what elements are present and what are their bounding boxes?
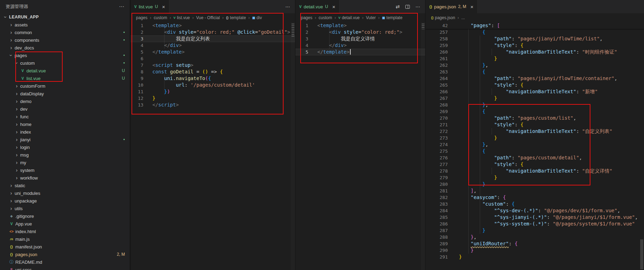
file-uni.scss[interactable]: Suni.scss bbox=[0, 266, 130, 270]
code-line-260[interactable]: 260 "navigationBarTitleText": "时间组件验证" bbox=[426, 49, 644, 55]
code-editor-pages-json[interactable]: 42 "pages": [257 {258 "path": "pages/jia… bbox=[426, 22, 644, 270]
folder-jianyi[interactable]: ›jianyi● bbox=[0, 136, 130, 143]
code-line-42[interactable]: 42 "pages": [ bbox=[426, 22, 644, 29]
folder-datadisplay[interactable]: ›dataDisplay bbox=[0, 90, 130, 97]
more-actions-icon[interactable]: ⋯ bbox=[285, 4, 290, 9]
folder-unpackage[interactable]: ›unpackage bbox=[0, 197, 130, 205]
close-icon[interactable]: × bbox=[162, 4, 165, 9]
code-line-6[interactable]: 6 bbox=[130, 55, 295, 62]
code-line-2[interactable]: 2 <div style="color: red;"> bbox=[295, 29, 425, 35]
tab-detail-vue[interactable]: V detail.vue U × bbox=[295, 0, 340, 13]
code-line-10[interactable]: 10 url: '/pages/custom/detail' bbox=[130, 82, 295, 88]
code-line-269[interactable]: 269 { bbox=[426, 108, 644, 115]
code-line-9[interactable]: 9 uni.navigateTo({ bbox=[130, 75, 295, 82]
split-editor-icon[interactable] bbox=[405, 5, 410, 9]
code-line-4[interactable]: 4 </div> bbox=[295, 42, 425, 49]
folder-custom[interactable]: ›custom● bbox=[0, 59, 130, 67]
minimap[interactable] bbox=[291, 22, 295, 270]
folder-uni-modules[interactable]: ›uni_modules bbox=[0, 189, 130, 197]
close-icon[interactable]: × bbox=[332, 4, 335, 9]
file-.gitignore[interactable]: ◆.gitignore bbox=[0, 212, 130, 220]
file-main.js[interactable]: JSmain.js bbox=[0, 235, 130, 243]
folder-customform[interactable]: ›customForm bbox=[0, 82, 130, 90]
more-actions-icon[interactable]: ⋯ bbox=[119, 3, 124, 10]
breadcrumb-item-pages.json[interactable]: {}pages.json bbox=[431, 15, 455, 20]
file-readme.md[interactable]: ⓘREADME.md bbox=[0, 258, 130, 266]
code-line-268[interactable]: 268 }, bbox=[426, 102, 644, 108]
code-line-288[interactable]: 288 }, bbox=[426, 234, 644, 240]
code-line-264[interactable]: 264 "path": "pages/jianyi/flowTime/conta… bbox=[426, 75, 644, 82]
code-line-262[interactable]: 262 }, bbox=[426, 62, 644, 69]
folder-msg[interactable]: ›msg bbox=[0, 151, 130, 159]
folder-components[interactable]: ›components● bbox=[0, 36, 130, 44]
code-line-281[interactable]: 281 ], bbox=[426, 188, 644, 194]
code-line-267[interactable]: 267 } bbox=[426, 95, 644, 102]
code-line-265[interactable]: 265 "style": { bbox=[426, 82, 644, 88]
breadcrumb-item-...[interactable]: ... bbox=[461, 15, 465, 20]
breadcrumb-item-div[interactable]: ▣div bbox=[252, 15, 262, 20]
open-changes-icon[interactable]: ⇄ bbox=[396, 4, 400, 9]
breadcrumb-item-vuter[interactable]: Vuter bbox=[366, 15, 376, 20]
file-manifest.json[interactable]: {}manifest.json bbox=[0, 243, 130, 251]
folder-dev-docs[interactable]: ›dev_docs bbox=[0, 44, 130, 51]
more-actions-icon[interactable]: ⋯ bbox=[415, 4, 420, 9]
file-app.vue[interactable]: VApp.vue bbox=[0, 220, 130, 228]
code-line-11[interactable]: 11 }) bbox=[130, 88, 295, 95]
breadcrumb-item-template[interactable]: ▣template bbox=[382, 15, 403, 20]
breadcrumb-item-template[interactable]: {}template bbox=[226, 15, 246, 20]
code-line-285[interactable]: 285 "^sys-jianyi-(.*)": "@/pages/jianyi/… bbox=[426, 214, 644, 221]
code-line-5[interactable]: 5</template> bbox=[295, 49, 425, 55]
folder-login[interactable]: ›login bbox=[0, 143, 130, 151]
breadcrumb-item-pages[interactable]: pages bbox=[301, 15, 312, 20]
code-line-7[interactable]: 7<script setup> bbox=[130, 62, 295, 69]
code-line-3[interactable]: 3 我是自定义列表 bbox=[130, 35, 295, 42]
code-line-290[interactable]: 290 } bbox=[426, 247, 644, 254]
close-icon[interactable]: × bbox=[470, 4, 474, 9]
code-line-274[interactable]: 274 }, bbox=[426, 141, 644, 148]
file-pages.json[interactable]: {}pages.json2, M bbox=[0, 251, 130, 258]
tab-list-vue[interactable]: V list.vue U × bbox=[130, 0, 169, 13]
breadcrumb-item-detail.vue[interactable]: Vdetail.vue bbox=[338, 15, 359, 20]
code-editor-detail-vue[interactable]: 1<template>2 <div style="color: red;">3 … bbox=[295, 22, 425, 270]
code-line-272[interactable]: 272 "navigationBarTitleText": "自定义列表" bbox=[426, 128, 644, 135]
tab-pages-json[interactable]: {} pages.json 2, M × bbox=[426, 0, 478, 13]
code-line-276[interactable]: 276 "path": "pages/custom/detail", bbox=[426, 154, 644, 161]
code-line-270[interactable]: 270 "path": "pages/custom/list", bbox=[426, 115, 644, 121]
folder-system[interactable]: ›system bbox=[0, 166, 130, 174]
code-line-287[interactable]: 287 } bbox=[426, 227, 644, 234]
code-line-8[interactable]: 8const goDetail = () => { bbox=[130, 69, 295, 75]
code-line-266[interactable]: 266 "navigationBarTitleText": "新增" bbox=[426, 88, 644, 95]
folder-func[interactable]: ›func bbox=[0, 113, 130, 120]
code-line-284[interactable]: 284 "^sys-dev-(.*)": "@/pages/dev/$1/for… bbox=[426, 207, 644, 214]
code-line-1[interactable]: 1<template> bbox=[130, 22, 295, 29]
code-line-275[interactable]: 275 { bbox=[426, 148, 644, 154]
scrollbar-thumb[interactable] bbox=[640, 239, 643, 269]
folder-home[interactable]: ›home bbox=[0, 120, 130, 128]
breadcrumb-item-vue-official[interactable]: Vue - Official bbox=[196, 15, 220, 20]
code-editor-list-vue[interactable]: 1<template>2 <div style="color: red;" @c… bbox=[130, 22, 295, 270]
folder-pages[interactable]: ›pages● bbox=[0, 51, 130, 59]
code-line-277[interactable]: 277 "style": { bbox=[426, 161, 644, 168]
code-line-13[interactable]: 13</script> bbox=[130, 102, 295, 108]
folder-demo[interactable]: ›demo bbox=[0, 97, 130, 105]
code-line-12[interactable]: 12} bbox=[130, 95, 295, 102]
code-line-261[interactable]: 261 } bbox=[426, 55, 644, 62]
breadcrumb-item-pages[interactable]: pages bbox=[136, 15, 148, 20]
folder-dev[interactable]: ›dev bbox=[0, 105, 130, 113]
folder-my[interactable]: ›my bbox=[0, 159, 130, 166]
code-line-282[interactable]: 282 "easycom": { bbox=[426, 194, 644, 201]
folder-common[interactable]: ›common● bbox=[0, 29, 130, 36]
code-line-280[interactable]: 280 } bbox=[426, 181, 644, 188]
code-line-273[interactable]: 273 } bbox=[426, 135, 644, 141]
code-line-289[interactable]: 289 "uniIdRouter": { bbox=[426, 240, 644, 247]
code-line-283[interactable]: 283 "custom": { bbox=[426, 201, 644, 207]
code-line-278[interactable]: 278 "navigationBarTitleText": "自定义详情" bbox=[426, 168, 644, 174]
folder-assets[interactable]: ›assets bbox=[0, 21, 130, 29]
folder-workflow[interactable]: ›workflow bbox=[0, 174, 130, 182]
code-line-2[interactable]: 2 <div style="color: red;" @click="goDet… bbox=[130, 29, 295, 35]
file-list.vue[interactable]: Vlist.vueU bbox=[0, 74, 130, 82]
minimap[interactable] bbox=[421, 22, 425, 270]
code-line-3[interactable]: 3 我是自定义详情 bbox=[295, 35, 425, 42]
breadcrumb-item-list.vue[interactable]: Vlist.vue bbox=[173, 15, 190, 20]
folder-learun-app[interactable]: ›LEARUN_APP bbox=[0, 13, 130, 21]
